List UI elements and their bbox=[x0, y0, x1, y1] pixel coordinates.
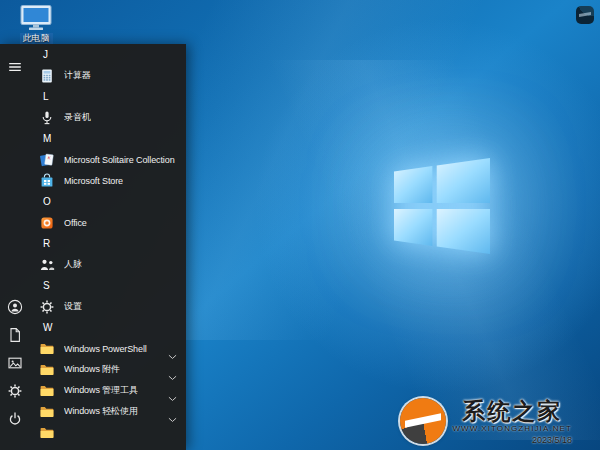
site-logo-mark-icon bbox=[576, 6, 594, 24]
start-folder-windows-ease-of-access[interactable]: Windows 轻松使用 bbox=[30, 401, 186, 422]
start-folder-windows-admin-tools[interactable]: Windows 管理工具 bbox=[30, 380, 186, 401]
documents-button[interactable] bbox=[0, 326, 30, 344]
folder-icon bbox=[39, 404, 55, 420]
pictures-icon bbox=[7, 355, 23, 371]
microphone-icon bbox=[39, 110, 55, 126]
gear-icon bbox=[39, 299, 55, 315]
chevron-down-icon bbox=[168, 388, 177, 394]
start-app-solitaire[interactable]: Microsoft Solitaire Collection bbox=[30, 149, 186, 170]
start-section-O[interactable]: O bbox=[30, 191, 186, 212]
start-menu-rail bbox=[0, 44, 30, 450]
store-bag-icon bbox=[39, 173, 55, 189]
desktop-icon-this-pc[interactable]: 此电脑 bbox=[8, 4, 64, 45]
hamburger-icon bbox=[7, 59, 23, 75]
solitaire-cards-icon bbox=[39, 152, 55, 168]
people-icon bbox=[39, 257, 55, 273]
folder-icon bbox=[39, 341, 55, 357]
folder-icon bbox=[39, 383, 55, 399]
start-section-J[interactable]: J bbox=[30, 44, 186, 65]
start-app-calculator[interactable]: 计算器 bbox=[30, 65, 186, 86]
chevron-down-icon bbox=[168, 409, 177, 415]
chevron-down-icon bbox=[168, 367, 177, 373]
start-section-S[interactable]: S bbox=[30, 275, 186, 296]
chevron-down-icon bbox=[168, 346, 177, 352]
user-icon bbox=[7, 299, 23, 315]
computer-icon bbox=[19, 4, 53, 32]
start-folder-windows-powershell[interactable]: Windows PowerShell bbox=[30, 338, 186, 359]
power-icon bbox=[7, 411, 23, 427]
account-button[interactable] bbox=[0, 298, 30, 316]
folder-icon bbox=[39, 425, 55, 441]
start-app-settings[interactable]: 设置 bbox=[30, 296, 186, 317]
start-section-L[interactable]: L bbox=[30, 86, 186, 107]
folder-icon bbox=[39, 362, 55, 378]
windows-desktop: 此电脑 bbox=[0, 0, 600, 450]
start-section-W[interactable]: W bbox=[30, 317, 186, 338]
windows-flag-logo bbox=[394, 158, 490, 254]
start-menu-app-list: J 计算器 L 录音机 M Microsoft Solitaire Collec… bbox=[30, 44, 186, 450]
start-app-office[interactable]: Office bbox=[30, 212, 186, 233]
start-section-R[interactable]: R bbox=[30, 233, 186, 254]
calculator-icon bbox=[39, 68, 55, 84]
start-app-people[interactable]: 人脉 bbox=[30, 254, 186, 275]
start-section-M[interactable]: M bbox=[30, 128, 186, 149]
office-icon bbox=[39, 215, 55, 231]
start-menu-expand-button[interactable] bbox=[0, 52, 30, 82]
start-menu-rail-bottom bbox=[0, 298, 30, 450]
start-menu: J 计算器 L 录音机 M Microsoft Solitaire Collec… bbox=[0, 44, 186, 450]
start-folder-windows-accessories[interactable]: Windows 附件 bbox=[30, 359, 186, 380]
settings-button[interactable] bbox=[0, 382, 30, 400]
power-button[interactable] bbox=[0, 410, 30, 428]
start-app-voice-recorder[interactable]: 录音机 bbox=[30, 107, 186, 128]
document-icon bbox=[7, 327, 23, 343]
pictures-button[interactable] bbox=[0, 354, 30, 372]
start-folder-partial[interactable] bbox=[30, 422, 186, 443]
start-app-microsoft-store[interactable]: Microsoft Store bbox=[30, 170, 186, 191]
gear-icon bbox=[7, 383, 23, 399]
